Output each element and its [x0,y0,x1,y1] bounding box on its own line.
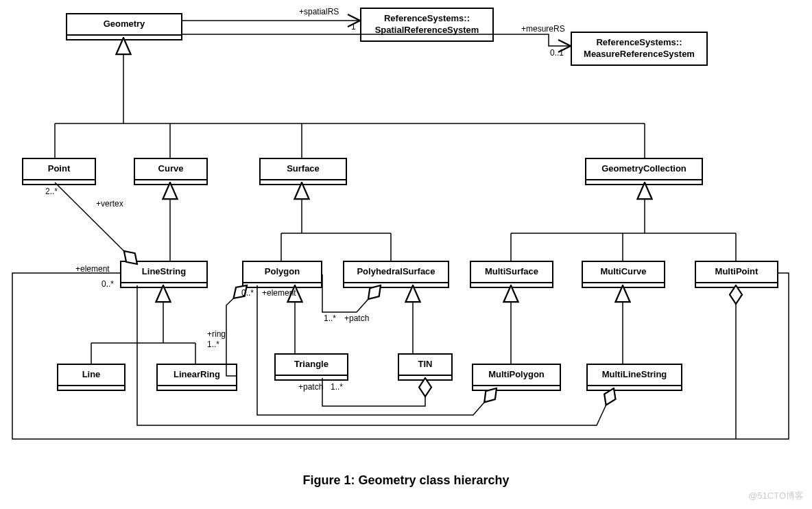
class-title: PolyhedralSurface [344,262,448,283]
label-element-2: +element [262,288,296,298]
class-multipoint: MultiPoint [695,261,778,288]
label-one-star-1: 1..* [324,313,336,323]
diagram-connectors [0,0,812,509]
class-title: ReferenceSystems:: MeasureReferenceSyste… [572,33,706,64]
class-geometry-collection: GeometryCollection [585,158,703,185]
class-title: Line [58,365,124,386]
label-one-star-2: 1..* [207,340,219,349]
label-zero-star-1: 0..* [102,279,114,289]
class-geometry: Geometry [66,13,182,40]
class-surface: Surface [259,158,347,185]
class-measure-reference-system: ReferenceSystems:: MeasureReferenceSyste… [571,32,708,66]
class-title: ReferenceSystems:: SpatialReferenceSyste… [361,9,492,40]
class-title: LineString [121,262,206,283]
class-title: Curve [135,159,206,180]
label-one: 1 [351,22,356,32]
class-linestring: LineString [120,261,208,288]
watermark: @51CTO博客 [748,490,804,502]
class-title: Surface [261,159,346,180]
label-zero-one: 0..1 [550,48,564,58]
label-mesurers: +mesureRS [521,24,565,34]
class-tin: TIN [398,353,453,381]
class-curve: Curve [134,158,208,185]
label-element-1: +element [75,264,110,274]
class-spatial-reference-system: ReferenceSystems:: SpatialReferenceSyste… [360,8,494,42]
class-title: TIN [399,355,451,376]
label-one-star-3: 1..* [331,382,343,392]
label-two-star: 2..* [45,187,58,196]
label-ring: +ring [207,329,226,339]
class-title: Triangle [276,355,347,376]
class-linearring: LinearRing [156,364,237,391]
class-multisurface: MultiSurface [470,261,553,288]
label-patch-2: +patch [298,382,323,392]
class-title: MultiLineString [588,365,681,386]
class-title: Point [23,159,95,180]
class-title: MultiPolygon [473,365,560,386]
class-multipolygon: MultiPolygon [472,364,561,391]
label-patch-1: +patch [344,313,369,323]
class-multilinestring: MultiLineString [586,364,682,391]
class-line: Line [57,364,126,391]
svg-line-29 [55,182,137,264]
class-polygon: Polygon [242,261,322,288]
class-title: LinearRing [158,365,236,386]
label-vertex: +vertex [96,199,123,209]
class-title: Geometry [67,14,181,36]
figure-caption: Figure 1: Geometry class hierarchy [0,473,812,488]
class-triangle: Triangle [274,353,348,381]
class-title: MultiCurve [583,262,664,283]
class-multicurve: MultiCurve [582,261,665,288]
class-title: GeometryCollection [586,159,702,180]
class-point: Point [22,158,96,185]
label-zero-star-2: 0..* [241,288,254,298]
class-title: MultiSurface [471,262,552,283]
class-title: MultiPoint [696,262,777,283]
class-title: Polygon [243,262,321,283]
label-spatialrs: +spatialRS [299,7,339,16]
class-polyhedral-surface: PolyhedralSurface [343,261,449,288]
